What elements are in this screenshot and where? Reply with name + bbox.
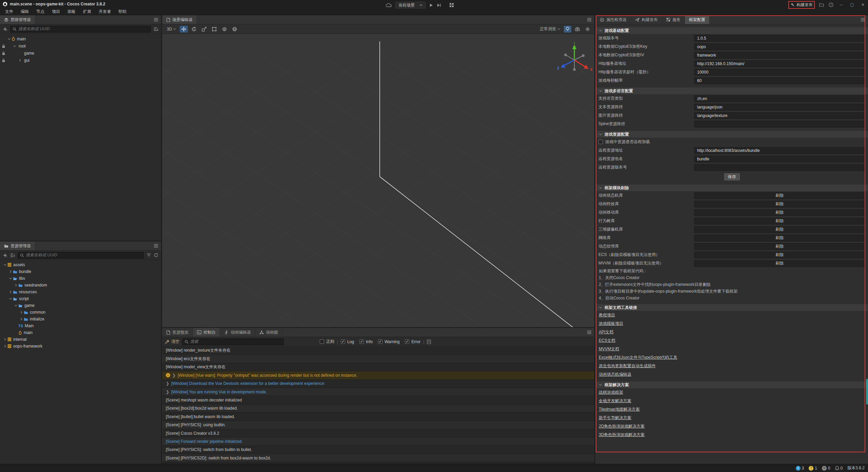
tree-row[interactable]: internal [0, 336, 161, 343]
rotate-tool-button[interactable] [190, 26, 198, 33]
move-tool-button[interactable] [180, 26, 188, 33]
module-remove-button[interactable]: 剔除 [694, 201, 865, 208]
tab-hierarchy[interactable]: 层级管理器 [0, 15, 35, 24]
anchor-tool-button[interactable] [220, 26, 229, 33]
tree-row[interactable]: initialize [0, 316, 161, 322]
log-row[interactable]: [Scene] Forward render pipeline initiali… [162, 437, 594, 446]
console-search-input[interactable]: 搜索 [182, 338, 284, 345]
doc-link[interactable]: 动画状态机编辑器 [599, 372, 631, 377]
log-row[interactable]: ❯[Window] You are running Vue in develop… [162, 388, 594, 396]
chevron-right-icon[interactable] [8, 290, 13, 294]
chevron-right-icon[interactable] [19, 317, 24, 321]
tab-console-0[interactable]: 资源预览 [162, 328, 193, 337]
open-folder-icon[interactable] [819, 3, 824, 7]
chevron-right-icon[interactable] [3, 345, 7, 348]
module-remove-button[interactable]: 剔除 [694, 218, 865, 224]
tree-row[interactable]: libs [0, 275, 161, 282]
tab-scene-editor[interactable]: 场景编辑器 [162, 15, 197, 24]
chevron-right-icon[interactable] [14, 283, 18, 287]
doc-link[interactable]: 战棋游戏框架 [599, 390, 623, 395]
collapse-log-icon[interactable] [427, 339, 431, 344]
chevron-right-icon[interactable] [8, 270, 13, 273]
tab-inspector-0[interactable]: 属性检查器 [596, 15, 631, 24]
console-menu-icon[interactable] [587, 330, 592, 334]
section-header[interactable]: 框架模块剔除 [596, 184, 868, 191]
menu-item-4[interactable]: 面板 [64, 8, 79, 15]
layout-grid-icon[interactable] [449, 3, 454, 7]
scene-viewport[interactable]: Y X Z [162, 34, 594, 327]
chevron-down-icon[interactable] [8, 297, 13, 300]
tree-row[interactable]: assets [0, 261, 161, 268]
config-input[interactable] [694, 164, 865, 171]
log-row[interactable]: [Window] render_texture文件夹存在 [162, 347, 594, 355]
doc-link[interactable]: MVVM文档 [599, 346, 619, 352]
hierarchy-search-input[interactable]: 搜索名称或 UUID [10, 26, 151, 33]
rect-tool-button[interactable] [210, 26, 218, 33]
scene-settings-button[interactable] [584, 26, 592, 33]
tab-inspector-1[interactable]: 构建发布 [631, 15, 662, 24]
chevron-down-icon[interactable] [7, 37, 12, 41]
minimize-button[interactable]: ─ [838, 2, 844, 7]
assets-search-input[interactable]: 搜索名称或 UUID [18, 252, 144, 259]
doc-link[interactable]: 游戏模板项目 [599, 321, 623, 327]
dimension-toggle[interactable]: 3D [165, 26, 178, 33]
menu-item-1[interactable]: 编辑 [17, 8, 33, 15]
log-row[interactable]: [Scene] [bullet]:bullet wasm lib loaded. [162, 413, 594, 421]
log-row[interactable]: [Window] model_view文件夹存在 [162, 363, 594, 371]
help-icon[interactable]: ? [829, 2, 833, 7]
log-row[interactable]: [Scene] [PHYSICS]: using builtin. [162, 421, 594, 429]
tree-row[interactable]: root [0, 42, 161, 50]
tree-row[interactable]: resources [0, 289, 161, 295]
log-row[interactable]: !❯[Window] [Vue warn]: Property "onInput… [162, 371, 594, 379]
module-remove-button[interactable]: 剔除 [694, 243, 865, 250]
module-remove-button[interactable]: 剔除 [694, 235, 865, 241]
play-button[interactable] [429, 3, 433, 7]
info-count[interactable]: i 3 [796, 466, 804, 471]
add-asset-button[interactable] [3, 253, 7, 258]
config-input[interactable]: oops [694, 43, 865, 50]
inspector-scrollbar[interactable] [866, 379, 868, 405]
config-input[interactable]: 60 [694, 77, 865, 84]
tree-row[interactable]: oops-framework [0, 343, 161, 350]
log-row[interactable]: [Scene] [box2d]:box2d wasm lib loaded. [162, 405, 594, 413]
refresh-assets-icon[interactable] [154, 253, 158, 257]
section-header[interactable]: 框架文档工具链接 [596, 304, 868, 311]
chevron-down-icon[interactable] [3, 263, 7, 267]
add-node-button[interactable] [3, 27, 7, 32]
doc-link[interactable]: 新手引导解决方案 [599, 415, 631, 421]
hierarchy-filter-icon[interactable] [154, 27, 158, 31]
doc-link[interactable]: 原生包热更新配置自动生成插件 [599, 363, 656, 369]
doc-link[interactable]: 教程项目 [599, 312, 615, 318]
log-row[interactable]: [Scene] [PHYSICS2D]: switch from box2d-w… [162, 454, 594, 462]
tree-row[interactable]: game [0, 50, 161, 57]
tab-assets[interactable]: 资源管理器 [0, 241, 35, 250]
config-input[interactable]: http://localhost:8083/assets/bundle [694, 147, 865, 154]
maximize-button[interactable]: ▢ [849, 2, 855, 7]
module-remove-button[interactable]: 剔除 [694, 226, 865, 233]
menu-item-6[interactable]: 开发者 [95, 8, 115, 15]
section-header[interactable]: 框架解决方案 [596, 381, 868, 388]
scene-menu-icon[interactable] [587, 18, 592, 22]
orientation-gizmo[interactable]: Y X Z [554, 42, 594, 83]
config-input[interactable]: language/json [694, 104, 865, 111]
config-input[interactable]: bundle [694, 156, 865, 162]
config-input[interactable]: 1.0.5 [694, 35, 865, 42]
config-input[interactable]: http://192.168.0.150/main/ [694, 60, 865, 67]
doc-link[interactable]: Tiledmap地图解决方案 [599, 407, 640, 412]
tree-row[interactable]: TSMain [0, 322, 161, 329]
chevron-down-icon[interactable] [14, 304, 18, 307]
filter-checkbox-error[interactable]: ✓Error [405, 339, 420, 344]
assets-menu-icon[interactable] [154, 244, 158, 248]
tree-row[interactable]: gui [0, 57, 161, 64]
config-input[interactable]: zh,en [694, 95, 865, 102]
build-publish-button[interactable]: 构建发布 [789, 1, 814, 8]
cloud-sync-icon[interactable] [386, 3, 392, 7]
config-input[interactable]: language/texture [694, 112, 865, 119]
hierarchy-menu-icon[interactable] [154, 18, 158, 22]
log-row[interactable]: [Window] ecs文件夹存在 [162, 355, 594, 363]
tab-console-2[interactable]: 动画编辑器 [220, 328, 255, 337]
filter-checkbox-info[interactable]: ✓Info [359, 339, 373, 344]
lighting-toggle-button[interactable] [564, 26, 571, 33]
chevron-right-icon[interactable]: ❯ [166, 381, 169, 386]
chevron-right-icon[interactable] [3, 338, 7, 341]
